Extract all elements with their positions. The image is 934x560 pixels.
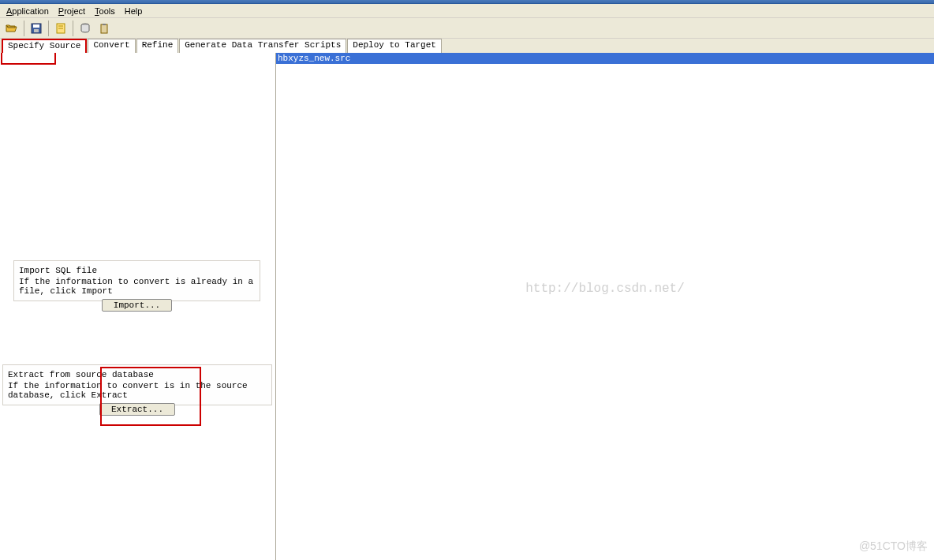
menu-project[interactable]: Project [54,6,90,17]
save-floppy-icon [30,22,43,35]
import-title: Import SQL file [19,266,255,275]
svg-rect-7 [101,24,107,33]
tab-strip: Specify Source Convert Refine Generate D… [0,39,934,53]
menubar: Application Project Tools Help [0,4,934,18]
open-folder-icon [6,22,18,35]
open-button[interactable] [3,20,21,37]
menu-tools[interactable]: Tools [90,6,120,17]
sticky-note-icon [54,22,67,35]
extract-title: Extract from source database [8,370,267,379]
extract-db-group: Extract from source database If the info… [2,364,272,405]
watermark-url: http://blog.csdn.net/ [525,282,685,296]
right-panel: hbxyzs_new.src http://blog.csdn.net/ @51… [276,53,934,560]
note-button[interactable] [52,20,69,37]
svg-rect-2 [34,29,39,32]
main-area: Import SQL file If the information to co… [0,53,934,560]
tab-deploy[interactable]: Deploy to Target [347,39,442,53]
toolbar-separator [73,21,73,36]
import-desc: If the information to convert is already… [19,277,255,296]
tab-refine[interactable]: Refine [136,39,179,53]
extract-desc: If the information to convert is in the … [8,381,267,400]
svg-rect-8 [103,24,106,25]
tab-convert[interactable]: Convert [88,39,135,53]
clipboard-button[interactable] [95,20,113,37]
toolbar [0,18,934,39]
extract-button[interactable]: Extract... [99,403,175,416]
tab-generate-scripts[interactable]: Generate Data Transfer Scripts [179,39,346,53]
tab-highlight-box [1,53,56,65]
svg-rect-1 [33,24,39,28]
toolbar-separator [48,21,49,36]
tab-specify-source[interactable]: Specify Source [2,39,87,53]
sql-icon [79,22,92,35]
import-button[interactable]: Import... [102,299,172,312]
left-panel: Import SQL file If the information to co… [0,53,276,560]
clipboard-icon [98,22,110,35]
toolbar-separator [24,21,24,36]
import-sql-group: Import SQL file If the information to co… [13,260,260,301]
source-file-header[interactable]: hbxyzs_new.src [276,53,934,64]
menu-help[interactable]: Help [120,6,148,17]
save-button[interactable] [28,20,45,37]
menu-application[interactable]: Application [2,6,54,17]
sql-button[interactable] [77,20,94,37]
watermark-corner: @51CTO博客 [859,539,928,554]
